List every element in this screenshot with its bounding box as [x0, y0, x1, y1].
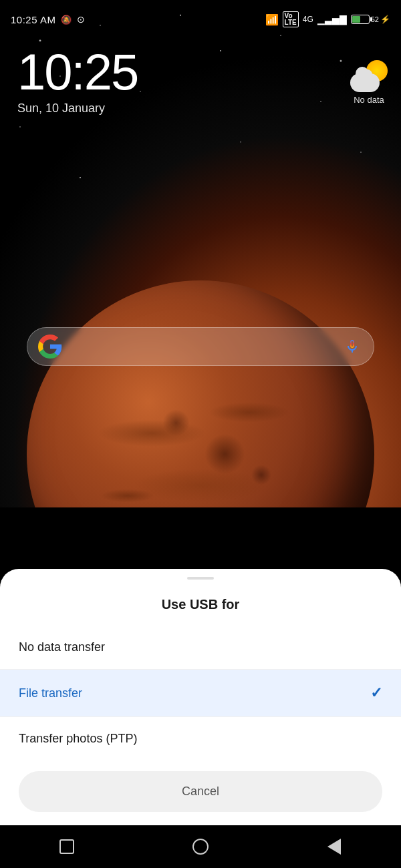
weather-label: No data — [354, 95, 384, 105]
volte-icon: VoLTE — [283, 11, 299, 27]
status-bar: 10:25 AM 🔕 ⊙ 📶 VoLTE 4G ▁▃▅▇ 52 ⚡ — [0, 0, 401, 33]
recents-icon — [59, 839, 74, 854]
google-search-bar[interactable] — [27, 327, 374, 366]
sheet-handle — [187, 577, 214, 580]
home-icon — [192, 839, 209, 855]
option-ptp[interactable]: Transfer photos (PTP) — [0, 717, 401, 761]
google-logo — [38, 335, 62, 359]
signal-bars-icon: ▁▃▅▇ — [317, 14, 347, 25]
home-button[interactable] — [180, 833, 221, 860]
mars-planet — [27, 280, 374, 507]
cloud-icon — [350, 73, 380, 92]
network-4g-icon: 4G — [303, 15, 313, 24]
usb-bottom-sheet: Use USB for No data transfer File transf… — [0, 569, 401, 825]
weather-icon — [350, 60, 388, 92]
option-no-transfer[interactable]: No data transfer — [0, 626, 401, 669]
recents-button[interactable] — [47, 833, 87, 860]
sheet-title: Use USB for — [0, 586, 401, 626]
battery-box — [351, 15, 370, 24]
option-file-transfer-label: File transfer — [19, 686, 82, 700]
lock-time-display: 10:25 — [17, 47, 138, 97]
lock-clock: 10:25 Sun, 10 January — [17, 47, 138, 116]
status-right: 📶 VoLTE 4G ▁▃▅▇ 52 ⚡ — [265, 11, 390, 27]
option-file-transfer[interactable]: File transfer ✓ — [0, 670, 401, 716]
navigation-bar — [0, 825, 401, 868]
weather-widget: No data — [350, 60, 388, 105]
back-button[interactable] — [314, 833, 354, 860]
dnd-icon: ⊙ — [77, 14, 85, 25]
alarm-off-icon: 🔕 — [61, 15, 72, 25]
check-icon: ✓ — [370, 684, 382, 702]
status-left: 10:25 AM 🔕 ⊙ — [11, 14, 85, 25]
option-ptp-label: Transfer photos (PTP) — [19, 732, 137, 746]
back-icon — [327, 839, 341, 855]
cancel-button[interactable]: Cancel — [19, 771, 382, 812]
battery-fill — [352, 16, 360, 23]
battery-indicator: 52 ⚡ — [351, 15, 390, 24]
charging-icon: ⚡ — [380, 15, 390, 24]
lock-date-display: Sun, 10 January — [17, 101, 138, 116]
option-no-transfer-label: No data transfer — [19, 640, 105, 654]
status-time: 10:25 AM — [11, 14, 55, 25]
wifi-icon: 📶 — [265, 13, 279, 26]
microphone-icon[interactable] — [342, 336, 363, 357]
